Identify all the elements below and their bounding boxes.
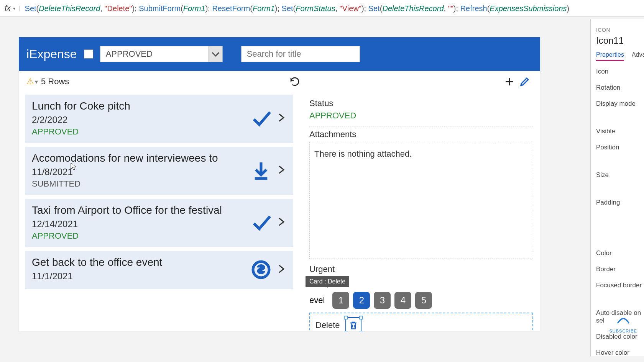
app-title: iExpense — [26, 47, 77, 61]
trash-icon[interactable] — [345, 317, 361, 331]
app-canvas: iExpense APPROVED ⚠ ▾ 5 Rows Lunch for C… — [18, 37, 540, 332]
download-icon — [250, 160, 272, 181]
cursor-icon — [70, 162, 77, 171]
item-title: Get back to the office event — [32, 256, 246, 269]
list-item[interactable]: Get back to the office event11/1/2021 — [25, 251, 293, 289]
list-toolbar: ⚠ ▾ 5 Rows — [19, 71, 540, 92]
prop-row[interactable]: Border — [596, 265, 644, 273]
attachments-box[interactable]: There is nothing attached. — [309, 142, 533, 259]
urgent-label: Urgent — [309, 264, 533, 274]
prop-row[interactable]: Rotation — [596, 84, 644, 92]
level-button-4[interactable]: 4 — [394, 292, 411, 309]
money-icon — [250, 259, 272, 280]
add-button[interactable] — [502, 74, 517, 89]
level-button-1[interactable]: 1 — [332, 292, 349, 309]
list-item[interactable]: Lunch for Coke pitch2/2/2022APPROVED — [25, 95, 293, 143]
warning-icon: ⚠ — [26, 77, 34, 87]
prop-row[interactable]: Hover color — [596, 349, 644, 356]
prop-row[interactable]: Icon — [596, 68, 644, 75]
prop-row[interactable]: Display mode — [596, 100, 644, 108]
item-date: 11/8/2021 — [32, 167, 246, 177]
level-button-5[interactable]: 5 — [415, 292, 432, 309]
fx-icon[interactable]: fx — [2, 4, 13, 13]
item-date: 2/2/2022 — [32, 115, 246, 125]
status-value: APPROVED — [309, 111, 533, 121]
check-icon — [250, 108, 272, 129]
detail-panel: Status APPROVED Attachments There is not… — [302, 92, 540, 331]
prop-row[interactable]: Visible — [596, 128, 644, 135]
tab-properties[interactable]: Properties — [596, 51, 624, 61]
chevron-right-icon[interactable] — [276, 162, 286, 179]
delete-label: Delete — [315, 320, 340, 330]
item-status: APPROVED — [32, 127, 246, 137]
prop-row[interactable]: Size — [596, 171, 644, 179]
chevron-right-icon[interactable] — [276, 110, 286, 127]
filter-checkbox[interactable] — [84, 49, 93, 59]
level-label: evel — [309, 295, 325, 305]
attachments-empty: There is nothing attached. — [314, 149, 412, 159]
item-status: SUBMITTED — [32, 179, 246, 189]
prop-row[interactable]: Padding — [596, 199, 644, 206]
expense-list[interactable]: Lunch for Coke pitch2/2/2022APPROVEDAcco… — [19, 92, 302, 331]
item-status: APPROVED — [32, 231, 246, 241]
item-title: Taxi from Airport to Office for the fest… — [32, 204, 246, 216]
chevron-down-icon[interactable]: ▾ — [35, 78, 38, 85]
chevron-right-icon[interactable] — [276, 214, 286, 231]
level-button-3[interactable]: 3 — [374, 292, 391, 309]
refresh-button[interactable] — [287, 74, 302, 89]
delete-card[interactable]: Delete — [309, 313, 533, 331]
subscribe-watermark: SUBSCRIBE — [609, 312, 637, 333]
formula-input[interactable]: Set(DeleteThisRecord, "Delete"); SubmitF… — [25, 4, 570, 13]
row-count: 5 Rows — [41, 77, 69, 87]
control-name: Icon11 — [596, 35, 644, 46]
app-header: iExpense APPROVED — [19, 37, 540, 71]
level-buttons: 12345 — [332, 292, 432, 309]
card-tooltip: Card : Delete — [306, 276, 349, 287]
item-title: Accomodations for new interviewees to — [32, 152, 246, 164]
item-date: 11/1/2021 — [32, 271, 246, 282]
attachments-label: Attachments — [309, 129, 533, 139]
status-filter-dropdown[interactable]: APPROVED — [100, 46, 223, 62]
item-title: Lunch for Coke pitch — [32, 100, 246, 112]
edit-button[interactable] — [517, 74, 532, 89]
prop-row[interactable]: Position — [596, 144, 644, 151]
level-button-2[interactable]: 2 — [353, 292, 370, 309]
prop-row[interactable]: Focused border — [596, 282, 644, 289]
fx-chevron-icon[interactable]: ▾ — [13, 6, 20, 11]
prop-row[interactable]: Disabled color — [596, 333, 644, 341]
properties-panel: ICON Icon11 Properties Adva IconRotation… — [590, 19, 644, 356]
prop-row[interactable]: Color — [596, 249, 644, 257]
list-item[interactable]: Accomodations for new interviewees to11/… — [25, 147, 293, 195]
main-split: Lunch for Coke pitch2/2/2022APPROVEDAcco… — [19, 92, 540, 331]
chevron-down-icon[interactable] — [209, 46, 222, 62]
dropdown-value: APPROVED — [100, 49, 209, 59]
status-label: Status — [309, 98, 533, 108]
chevron-right-icon[interactable] — [276, 261, 286, 278]
formula-bar: fx ▾ Set(DeleteThisRecord, "Delete"); Su… — [0, 0, 644, 17]
prop-section: ICON — [596, 27, 644, 33]
list-item[interactable]: Taxi from Airport to Office for the fest… — [25, 199, 293, 247]
check-icon — [250, 212, 272, 233]
tab-advanced[interactable]: Adva — [632, 51, 644, 61]
search-input[interactable] — [241, 46, 360, 62]
item-date: 12/14/2021 — [32, 219, 246, 229]
